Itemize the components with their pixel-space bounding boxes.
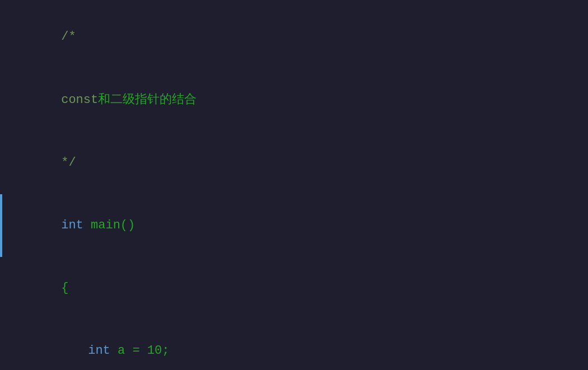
line-marker-4 [0,194,2,257]
line-content-3: */ [10,131,584,194]
int-keyword-a: int [88,344,110,358]
line-1: /* [0,6,588,68]
comment-close: */ [61,156,76,170]
int-keyword-main: int [61,218,83,232]
line-content-2: const和二级指针的结合 [10,68,584,131]
var-a: a = 10; [110,344,170,358]
line-4: int main() [0,194,588,257]
main-func: main() [83,218,135,232]
line-3: */ [0,131,588,194]
line-content-5: { [10,257,584,320]
line-2: const和二级指针的结合 [0,68,588,131]
line-5: { [0,257,588,320]
const-keyword-comment: const [61,93,98,107]
code-editor[interactable]: /* const和二级指针的结合 */ int main() { int a = [0,0,588,370]
line-content-4: int main() [10,194,584,257]
line-content-1: /* [10,6,584,68]
line-content-6: int a = 10; [10,320,584,370]
line-6: int a = 10; [0,320,588,370]
comment-open: /* [61,30,76,44]
chinese-text: 和二级指针的结合 [98,93,197,107]
open-brace: { [61,281,68,295]
